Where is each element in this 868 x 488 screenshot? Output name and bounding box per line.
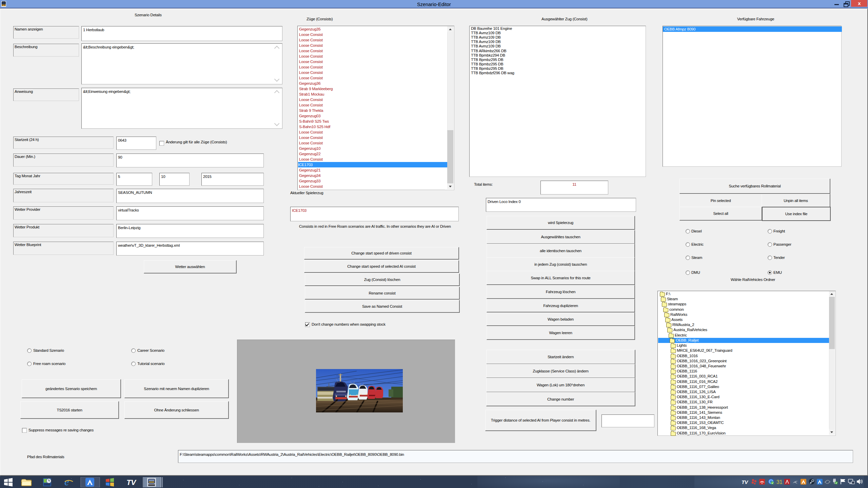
svg-text:TV: TV xyxy=(126,478,137,487)
svg-text:31: 31 xyxy=(776,479,783,485)
svg-text:TV: TV xyxy=(742,479,749,485)
svg-text:e: e xyxy=(64,477,69,487)
